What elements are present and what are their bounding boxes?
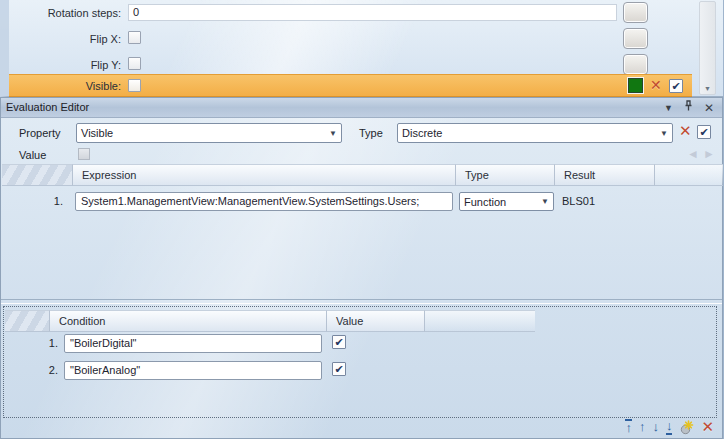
flip-y-label: Flip Y: xyxy=(9,59,121,71)
expression-row-index: 1. xyxy=(39,195,63,207)
condition-row-index: 2. xyxy=(32,364,58,376)
header-filler xyxy=(655,164,723,186)
check-icon: ✔ xyxy=(334,363,343,375)
condition-header-filler xyxy=(425,310,535,332)
expression-input[interactable]: System1.ManagementView:ManagementView.Sy… xyxy=(75,192,453,211)
check-icon: ✔ xyxy=(334,336,343,348)
move-up-icon[interactable]: ↑ xyxy=(639,420,646,434)
property-dropdown-value: Visible xyxy=(81,127,325,139)
check-icon: ✔ xyxy=(671,80,680,92)
condition-input[interactable]: "BoilerDigital" xyxy=(64,334,322,353)
panel-splitter[interactable] xyxy=(1,299,722,304)
nav-forward-icon[interactable]: ► xyxy=(703,147,715,161)
evaluation-editor-panel: Evaluation Editor ▼ ✕ Property Visible ▼… xyxy=(0,97,723,439)
evaluation-editor-titlebar[interactable]: Evaluation Editor ▼ ✕ xyxy=(1,98,722,118)
visible-evaluation-checkbox[interactable]: ✔ xyxy=(669,79,683,93)
move-down-icon[interactable]: ↓ xyxy=(652,420,659,434)
expression-type-dropdown[interactable]: Function ▼ xyxy=(459,192,554,211)
condition-table-area: Condition Value 1. "BoilerDigital" ✔ 2. … xyxy=(3,306,717,418)
expression-header-stub xyxy=(2,164,73,186)
check-icon: ✔ xyxy=(699,126,708,138)
move-to-top-icon[interactable]: ↑ xyxy=(625,419,632,435)
type-label: Type xyxy=(359,127,383,139)
visible-color-button[interactable] xyxy=(628,78,643,93)
visible-delete-icon[interactable]: ✕ xyxy=(650,78,662,92)
flip-x-label: Flip X: xyxy=(9,33,121,45)
condition-input[interactable]: "BoilerAnalog" xyxy=(64,361,322,380)
condition-row-index: 1. xyxy=(32,337,58,349)
toolbar-enable-checkbox[interactable]: ✔ xyxy=(697,125,711,139)
scroll-down-icon[interactable]: ▼ xyxy=(700,85,715,92)
property-label: Property xyxy=(19,127,61,139)
delete-condition-icon[interactable]: ✕ xyxy=(701,420,714,434)
property-grid-scrollbar[interactable]: ▼ xyxy=(699,1,716,95)
condition-value-checkbox[interactable]: ✔ xyxy=(332,335,346,349)
chevron-down-icon: ▼ xyxy=(325,129,337,138)
window-menu-icon[interactable]: ▼ xyxy=(664,100,673,116)
rotation-steps-expand-button[interactable] xyxy=(623,2,648,23)
value-checkbox-disabled xyxy=(78,148,90,160)
rotation-steps-input[interactable]: 0 xyxy=(128,4,617,21)
close-icon[interactable]: ✕ xyxy=(704,100,714,116)
property-grid-panel: Rotation steps: 0 Flip X: Flip Y: Visibl… xyxy=(0,0,723,97)
property-dropdown[interactable]: Visible ▼ xyxy=(76,123,342,143)
result-column-header[interactable]: Result xyxy=(555,164,655,186)
panel-title: Evaluation Editor xyxy=(6,101,89,113)
condition-value-checkbox[interactable]: ✔ xyxy=(332,362,346,376)
condition-column-header[interactable]: Condition xyxy=(50,310,327,332)
new-condition-wizard-icon[interactable] xyxy=(679,420,694,435)
type-column-header[interactable]: Type xyxy=(456,164,555,186)
app-window: Rotation steps: 0 Flip X: Flip Y: Visibl… xyxy=(0,0,724,439)
expression-column-header[interactable]: Expression xyxy=(73,164,456,186)
type-dropdown[interactable]: Discrete ▼ xyxy=(397,123,673,143)
condition-header-stub xyxy=(5,310,50,332)
value-label: Value xyxy=(19,149,46,161)
expression-result: BLS01 xyxy=(562,195,595,207)
nav-back-icon[interactable]: ◄ xyxy=(687,147,699,161)
toolbar-delete-icon[interactable]: ✕ xyxy=(679,124,692,138)
pin-icon[interactable] xyxy=(684,100,693,117)
flip-x-expand-button[interactable] xyxy=(623,28,648,49)
move-to-bottom-icon[interactable]: ↓ xyxy=(666,419,673,435)
condition-actions-toolbar: ↑ ↑ ↓ ↓ ✕ xyxy=(625,419,714,435)
visible-label: Visible: xyxy=(9,80,121,92)
flip-x-checkbox[interactable] xyxy=(128,31,141,44)
expression-type-value: Function xyxy=(464,196,537,208)
visible-checkbox[interactable] xyxy=(128,79,141,92)
value-column-header[interactable]: Value xyxy=(327,310,425,332)
type-dropdown-value: Discrete xyxy=(402,127,656,139)
chevron-down-icon: ▼ xyxy=(656,129,668,138)
flip-y-checkbox[interactable] xyxy=(128,57,141,70)
flip-y-expand-button[interactable] xyxy=(623,54,648,75)
chevron-down-icon: ▼ xyxy=(537,197,549,206)
rotation-steps-label: Rotation steps: xyxy=(9,7,121,19)
